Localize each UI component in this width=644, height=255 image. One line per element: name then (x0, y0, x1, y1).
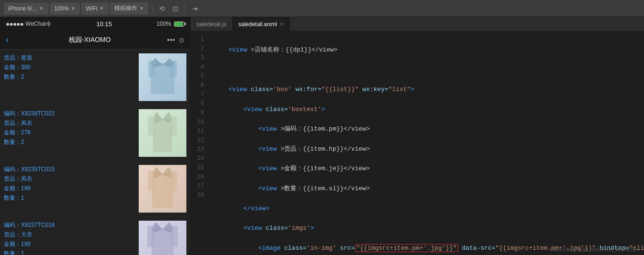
product-type: 货品：风衣 (4, 119, 135, 127)
tab-close-icon[interactable]: ✕ (280, 21, 284, 27)
product-amount: 金额：278 (4, 128, 135, 137)
product-image (139, 109, 186, 157)
svg-rect-7 (170, 116, 177, 135)
clothing-svg (146, 109, 179, 157)
product-code: 编码：X9238TC022 (4, 109, 135, 118)
battery-icon (174, 21, 184, 27)
line-num: 18 (191, 191, 208, 200)
fullscreen-icon[interactable]: ⊡ (170, 3, 181, 14)
code-line-2 (212, 65, 644, 75)
product-code: 货品：套装 (4, 53, 135, 62)
product-code: 编码：X9237TC018 (4, 221, 135, 229)
tab-label: saledetail.js (196, 21, 226, 28)
clothing-svg (146, 56, 179, 99)
code-line-7: <view >金额：{{item.je}}</view> (212, 164, 644, 174)
svg-rect-10 (148, 171, 154, 191)
line-num: 3 (191, 53, 208, 62)
tab-bar: saledetail.js saledetail.wxml ✕ (191, 17, 644, 31)
line-num: 6 (191, 81, 208, 90)
line-num: 5 (191, 72, 208, 81)
share-icon[interactable]: ⇥ (189, 3, 201, 14)
network-chevron-icon: ▼ (99, 6, 104, 11)
line-num: 7 (191, 90, 208, 99)
list-item: 编码：X9238TC022 货品：风衣 金额：278 数量：2 (0, 105, 190, 161)
clothing-svg (146, 165, 179, 213)
code-line-5: <view >编码：{{item.pm}}</view> (212, 124, 644, 134)
product-image (139, 53, 186, 101)
network-selector[interactable]: WiFi ▼ (82, 3, 108, 14)
product-list: 货品：套装 金额：300 数量：2 编码：X9238TC022 (0, 50, 190, 255)
code-content: <view >店铺名称：{{dp1}}</view> <view class='… (208, 31, 644, 255)
svg-rect-11 (171, 171, 177, 191)
phone-panel: ●●●●● WeChat令 10:15 100% ‹ 栈园-XIAOMO •••… (0, 17, 191, 255)
device-label: iPhone 6/... (8, 5, 37, 12)
svg-rect-6 (148, 116, 155, 135)
line-num: 17 (191, 182, 208, 191)
line-num: 14 (191, 154, 208, 163)
code-area[interactable]: 1 2 3 4 5 6 7 8 9 10 11 12 13 14 15 16 1 (191, 31, 644, 255)
tab-saledetail-wxml[interactable]: saledetail.wxml ✕ (233, 17, 290, 31)
main-content: ●●●●● WeChat令 10:15 100% ‹ 栈园-XIAOMO •••… (0, 17, 644, 255)
line-num: 2 (191, 44, 208, 53)
line-num: 11 (191, 127, 208, 136)
product-code: 编码：X9235TC015 (4, 165, 135, 173)
zoom-selector[interactable]: 100% ▼ (50, 3, 80, 14)
line-num: 10 (191, 118, 208, 127)
code-line-8: <view >数量：{{item.sl}}</view> (212, 184, 644, 194)
product-quantity: 数量：1 (4, 249, 135, 255)
rotate-icon[interactable]: ⟲ (156, 3, 168, 14)
product-info: 编码：X9238TC022 货品：风衣 金额：278 数量：2 (4, 109, 135, 157)
status-left: ●●●●● WeChat令 (6, 20, 51, 28)
line-num: 15 (191, 163, 208, 173)
nav-more-icon[interactable]: ••• (167, 36, 175, 44)
signal-dots: ●●●●● (6, 20, 23, 28)
code-line-1: <view >店铺名称：{{dp1}}</view> (212, 45, 644, 55)
svg-rect-4 (153, 119, 172, 152)
line-num: 9 (191, 109, 208, 118)
svg-rect-2 (148, 61, 155, 77)
battery-percent: 100% (156, 20, 171, 27)
device-chevron-icon: ▼ (39, 6, 44, 11)
status-time: 10:15 (96, 20, 112, 28)
line-num: 12 (191, 136, 208, 145)
editor-wrapper: 1 2 3 4 5 6 7 8 9 10 11 12 13 14 15 16 1 (191, 31, 644, 255)
product-amount: 金额：300 (4, 63, 135, 71)
back-button[interactable]: ‹ (6, 35, 9, 45)
code-line-4: <view class='boxtext'> (212, 105, 644, 115)
product-amount: 金额：199 (4, 184, 135, 193)
editor-panel: saledetail.js saledetail.wxml ✕ 1 2 3 4 … (191, 17, 644, 255)
line-num: 13 (191, 145, 208, 154)
list-item: 编码：X9235TC015 货品：风衣 金额：199 数量：1 (0, 161, 190, 217)
status-bar: ●●●●● WeChat令 10:15 100% (0, 17, 190, 31)
code-line-9: </view> (212, 204, 644, 214)
line-num: 4 (191, 63, 208, 72)
product-image (139, 221, 186, 255)
product-image (139, 165, 186, 213)
nav-camera-icon[interactable]: ⊙ (179, 36, 184, 44)
zoom-chevron-icon: ▼ (71, 6, 75, 11)
list-item: 编码：X9237TC018 货品：大衣 金额：199 数量：1 (0, 217, 190, 255)
line-num: 8 (191, 99, 208, 108)
product-type: 货品：大衣 (4, 230, 135, 239)
list-item: 货品：套装 金额：300 数量：2 (0, 50, 190, 105)
product-info: 货品：套装 金额：300 数量：2 (4, 53, 135, 101)
code-line-10: <view class='imgs'> (212, 224, 644, 234)
status-right: 100% (156, 20, 184, 27)
carrier-label: WeChat令 (25, 20, 51, 28)
battery-fill (174, 22, 183, 26)
svg-rect-3 (170, 61, 177, 77)
network-label: WiFi (86, 5, 97, 12)
tab-saledetail-js[interactable]: saledetail.js (191, 17, 233, 31)
device-selector[interactable]: iPhone 6/... ▼ (4, 3, 48, 14)
product-type: 货品：风衣 (4, 174, 135, 183)
code-line-6: <view >货品：{{item.hp}}</view> (212, 144, 644, 154)
product-quantity: 数量：1 (4, 194, 135, 202)
clothing-svg (146, 221, 179, 255)
toolbar-separator-1 (152, 4, 153, 13)
toolbar: iPhone 6/... ▼ 100% ▼ WiFi ▼ 模拟操作 ▼ ⟲ ⊡ … (0, 0, 644, 17)
action-chevron-icon: ▼ (139, 6, 144, 11)
svg-rect-8 (152, 173, 173, 208)
action-label: 模拟操作 (114, 4, 137, 12)
action-selector[interactable]: 模拟操作 ▼ (110, 3, 148, 14)
wechat-nav: ‹ 栈园-XIAOMO ••• ⊙ (0, 31, 190, 50)
